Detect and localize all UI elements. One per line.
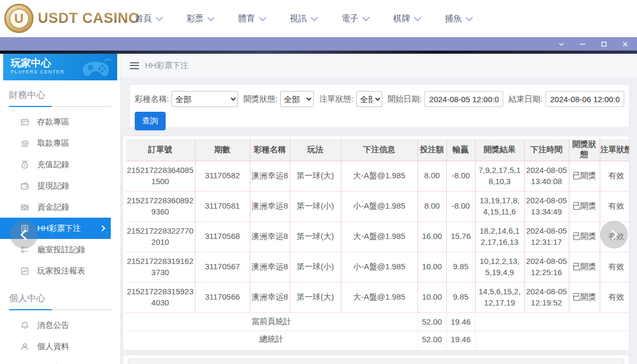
nav-label: 電子 [341, 13, 358, 24]
cell-bet-amount: 16.00 [418, 221, 446, 252]
query-button[interactable]: 查詢 [135, 112, 166, 130]
cell-play: 第一球(小) [290, 191, 341, 221]
cell-lottery: 澳洲幸运8 [250, 161, 290, 191]
col-header-period: 期數 [195, 139, 250, 161]
end-date-input[interactable] [545, 91, 624, 107]
nav-item-boardgames[interactable]: 棋牌 [393, 13, 419, 24]
order-status-select[interactable]: 全部 [356, 91, 382, 107]
chevron-down-icon [466, 14, 473, 21]
cell-bet-amount: 8.00 [418, 191, 446, 221]
table-row: 2152172283640851500 31170582 澳洲幸运8 第一球(大… [126, 161, 630, 191]
window-close-icon[interactable] [621, 40, 630, 48]
window-collapse-icon[interactable] [557, 40, 566, 48]
coin-logo-icon: U [4, 4, 34, 33]
cell-order-status: 有效 [600, 161, 630, 191]
nav-label: 彩票 [186, 13, 203, 24]
cell-bet-info: 大-A盤@1.985 [341, 161, 418, 191]
sidebar-item-label: 玩家投注報表 [37, 266, 85, 276]
col-header-bet-time: 下注時間 [524, 139, 569, 161]
end-date-label: 結束日期: [509, 94, 543, 104]
sidebar: 玩家中心 PLAYERS CENTER 財務中心 存款專區 取款專區 [0, 54, 121, 364]
nav-item-fishing[interactable]: 捕魚 [445, 13, 471, 24]
cell-winloss: -8.00 [446, 191, 475, 221]
sidebar-item-label: HH彩票下注 [37, 224, 81, 234]
wallet-icon [20, 181, 29, 191]
col-header-order-no: 訂單號 [126, 139, 195, 161]
cell-bet-time: 2024-08-05 12:25:16 [524, 252, 569, 282]
filter-panel: 彩種名稱: 全部 開獎狀態: 全部 注單狀態: 全部 開始日期: 結束日期: 查… [129, 84, 630, 128]
nav-item-video[interactable]: 視訊 [290, 13, 316, 24]
nav-item-electronic[interactable]: 電子 [341, 13, 368, 24]
cell-play: 第一球(大) [290, 282, 341, 312]
window-minimize-icon[interactable] [578, 40, 587, 48]
col-header-lottery-name: 彩種名稱 [250, 139, 290, 161]
filter-row: 彩種名稱: 全部 開獎狀態: 全部 注單狀態: 全部 開始日期: 結束日期: [135, 91, 624, 107]
cell-draw-result: 13,19,17,8,4,15,11,6 [475, 191, 524, 221]
nav-item-sports[interactable]: 體育 [238, 13, 264, 24]
panel-expand-button[interactable] [600, 221, 628, 249]
cell-period: 31170566 [195, 282, 250, 312]
sidebar-item-change-password[interactable]: 修改密碼 [0, 357, 120, 364]
report-chart-icon [20, 267, 29, 276]
sidebar-item-label: 提現記錄 [37, 181, 69, 191]
table-summary: 當前頁統計 52.00 19.46 總統計 52.00 19.46 [126, 312, 630, 348]
lottery-name-select[interactable]: 全部 [172, 91, 238, 107]
withdraw-hand-icon [20, 139, 29, 148]
brand-logo[interactable]: U USDT CASINO [4, 4, 140, 33]
table-header: 訂單號 期數 彩種名稱 玩法 下注信息 投注額 輸贏 開獎結果 下注時間 開獎狀… [126, 139, 630, 161]
sidebar-item-label: 存款專區 [37, 117, 69, 127]
start-date-input[interactable] [424, 91, 503, 107]
nav-item-lottery[interactable]: 彩票 [186, 13, 213, 24]
hamburger-menu-icon[interactable] [130, 62, 139, 69]
sidebar-item-player-bet-report[interactable]: 玩家投注報表 [0, 260, 120, 282]
sidebar-item-funds-records[interactable]: 資金記錄 [0, 196, 120, 218]
table-row: 2152172283191623730 31170567 澳洲幸运8 第一球(小… [126, 252, 630, 282]
sidebar-item-profile[interactable]: 個人資料 [0, 336, 120, 357]
cell-lottery: 澳洲幸运8 [250, 191, 290, 221]
col-header-bet-amount: 投注額 [418, 139, 446, 161]
sidebar-item-withdrawal-records[interactable]: 提現記錄 [0, 175, 120, 196]
cell-bet-time: 2024-08-05 13:34:49 [524, 191, 569, 221]
nav-item-home[interactable]: 首頁 [135, 13, 161, 24]
sidebar-item-deposit[interactable]: 存款專區 [0, 111, 120, 133]
cell-winloss: 9.85 [446, 252, 475, 282]
section-divider [9, 309, 111, 310]
section-divider [9, 106, 111, 107]
col-header-draw-status: 開獎狀態 [569, 139, 600, 161]
deposit-card-icon [20, 118, 29, 127]
pagination-strip [128, 358, 624, 364]
cell-draw-status: 已開獎 [569, 221, 600, 252]
sidebar-item-announcements[interactable]: 消息公告 [0, 315, 120, 336]
cell-order-status: 有效 [600, 282, 630, 312]
chevron-down-icon [414, 14, 421, 21]
chevron-down-icon [311, 14, 318, 21]
sidebar-item-withdraw[interactable]: 取款專區 [0, 133, 120, 154]
cell-period: 31170568 [195, 221, 250, 252]
cell-order-no: 2152172283227702010 [126, 221, 195, 252]
cell-bet-info: 小-A盤@1.985 [341, 191, 418, 221]
sidebar-item-label: 取款專區 [37, 138, 69, 148]
chevron-down-icon [362, 14, 370, 21]
cell-bet-info: 大-A盤@1.985 [341, 221, 418, 252]
cell-winloss: 15.76 [446, 221, 475, 252]
draw-status-label: 開獎狀態: [243, 94, 277, 104]
lottery-name-label: 彩種名稱: [135, 94, 169, 104]
cell-bet-amount: 10.00 [418, 252, 446, 282]
breadcrumb: HH彩票下注 [121, 54, 637, 78]
sidebar-collapse-button[interactable] [10, 221, 38, 249]
main-content: HH彩票下注 彩種名稱: 全部 開獎狀態: 全部 注單狀態: 全部 開始日期: … [121, 54, 637, 364]
recharge-bag-icon [20, 160, 29, 169]
chevron-right-icon [607, 229, 618, 240]
bell-icon [20, 321, 29, 330]
sidebar-item-recharge-records[interactable]: 充值記錄 [0, 154, 120, 175]
window-maximize-icon[interactable] [600, 40, 608, 48]
summary-row-current-page: 當前頁統計 52.00 19.46 [126, 312, 630, 330]
bets-table-panel: 訂單號 期數 彩種名稱 玩法 下注信息 投注額 輸贏 開獎結果 下注時間 開獎狀… [123, 136, 630, 351]
cell-order-no: 2152172283640851500 [126, 161, 195, 191]
section-heading-finance: 財務中心 [0, 80, 120, 101]
main-nav: 首頁 彩票 體育 視訊 電子 棋牌 捕魚 [135, 0, 471, 37]
table-row: 2152172283159234030 31170566 澳洲幸运8 第一球(大… [126, 282, 630, 312]
chevron-down-icon [207, 14, 215, 21]
draw-status-select[interactable]: 全部 [280, 91, 314, 107]
nav-label: 棋牌 [393, 13, 410, 24]
